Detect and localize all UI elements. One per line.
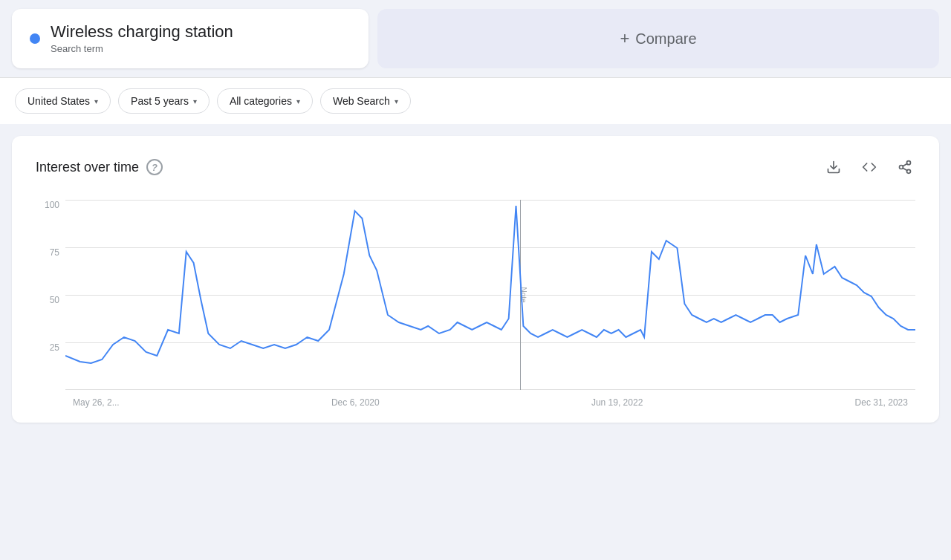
chart-actions <box>823 157 915 178</box>
download-button[interactable] <box>823 157 844 178</box>
category-filter-arrow: ▾ <box>296 97 300 105</box>
chart-header: Interest over time ? <box>36 157 915 178</box>
search-term-subtitle: Search term <box>51 43 103 54</box>
x-label-2022: Jun 19, 2022 <box>591 397 643 408</box>
x-label-start: May 26, 2... <box>73 397 120 408</box>
share-button[interactable] <box>895 157 915 178</box>
compare-card[interactable]: + Compare <box>377 9 939 68</box>
interest-over-time-card: Interest over time ? <box>12 136 939 423</box>
svg-line-4 <box>903 168 907 170</box>
y-axis: 100 75 50 25 <box>36 200 59 408</box>
chart-area: 100 75 50 25 Note <box>36 200 915 408</box>
x-label-2023: Dec 31, 2023 <box>855 397 908 408</box>
x-label-2020: Dec 6, 2020 <box>331 397 380 408</box>
location-filter-arrow: ▾ <box>94 97 98 105</box>
svg-line-5 <box>903 163 907 166</box>
search-type-filter[interactable]: Web Search ▾ <box>320 88 411 114</box>
search-term-card: Wireless charging station Search term <box>12 9 369 68</box>
search-type-filter-label: Web Search <box>333 95 390 107</box>
embed-button[interactable] <box>859 157 880 178</box>
time-filter-arrow: ▾ <box>193 97 197 105</box>
category-filter[interactable]: All categories ▾ <box>217 88 313 114</box>
time-filter[interactable]: Past 5 years ▾ <box>118 88 210 114</box>
trend-chart-svg <box>65 200 915 390</box>
compare-label: Compare <box>635 30 696 48</box>
location-filter-label: United States <box>27 95 90 107</box>
search-term-title: Wireless charging station <box>51 22 233 42</box>
y-label-25: 25 <box>36 342 59 353</box>
x-axis: May 26, 2... Dec 6, 2020 Jun 19, 2022 De… <box>65 397 915 408</box>
compare-plus-icon: + <box>620 29 629 48</box>
blue-dot-icon <box>30 33 40 44</box>
y-label-50: 50 <box>36 295 59 305</box>
filters-bar: United States ▾ Past 5 years ▾ All categ… <box>0 77 951 124</box>
location-filter[interactable]: United States ▾ <box>15 88 111 114</box>
y-label-100: 100 <box>36 200 59 210</box>
y-label-75: 75 <box>36 247 59 258</box>
category-filter-label: All categories <box>230 95 292 107</box>
main-content: Interest over time ? <box>0 124 951 434</box>
time-filter-label: Past 5 years <box>131 95 189 107</box>
chart-inner: Note May 26, 2... Dec 6, 2020 Jun 19, 20… <box>65 200 915 408</box>
search-type-filter-arrow: ▾ <box>395 97 398 105</box>
chart-title: Interest over time <box>36 160 139 175</box>
help-icon[interactable]: ? <box>146 159 163 175</box>
